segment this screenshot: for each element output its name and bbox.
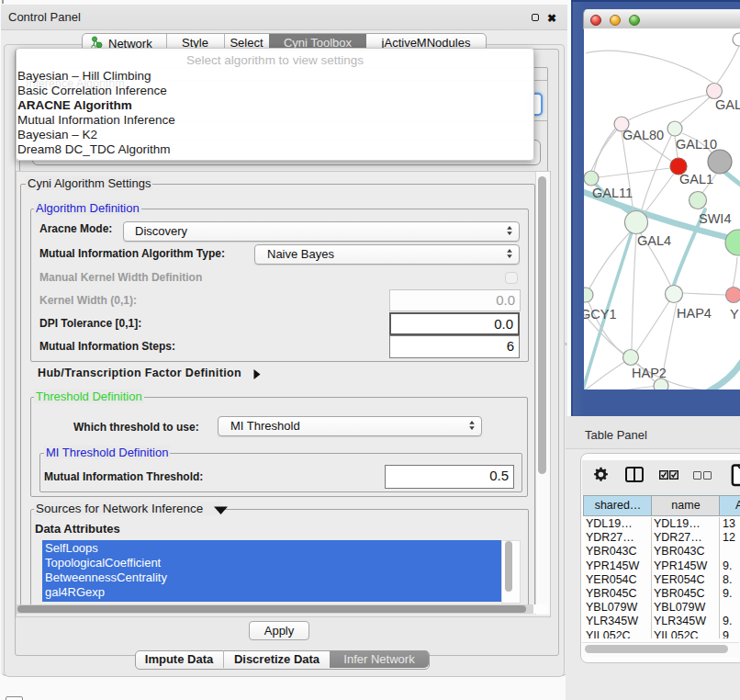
svg-text:GCY1: GCY1 xyxy=(584,307,617,322)
svg-text:GAL11: GAL11 xyxy=(592,186,633,200)
svg-text:GAL80: GAL80 xyxy=(622,128,664,142)
svg-text:GAL4: GAL4 xyxy=(637,233,671,248)
svg-text:GAL1: GAL1 xyxy=(679,172,713,186)
svg-text:GAL10: GAL10 xyxy=(676,137,717,152)
svg-text:GAL7: GAL7 xyxy=(715,97,740,112)
svg-text:HAP4: HAP4 xyxy=(677,306,712,321)
svg-text:SWI4: SWI4 xyxy=(699,211,731,226)
svg-text:Y: Y xyxy=(730,307,739,322)
svg-text:HAP2: HAP2 xyxy=(632,366,667,380)
